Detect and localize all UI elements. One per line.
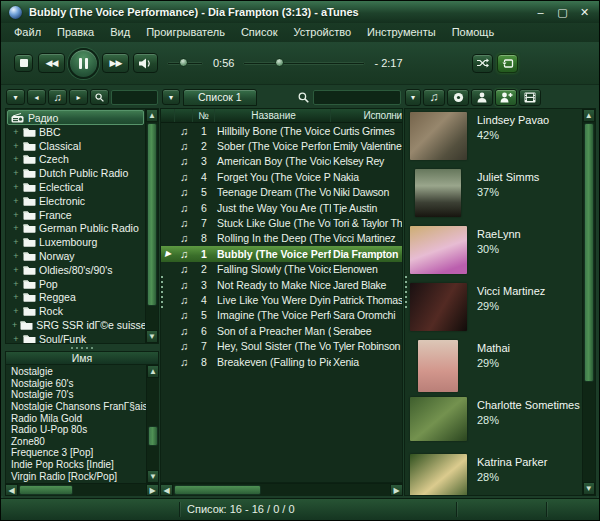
context-tab-track[interactable]: ♫ [423, 89, 445, 106]
previous-button[interactable]: ◀◀ [38, 53, 65, 73]
expand-plus-icon[interactable]: + [12, 128, 20, 136]
menu-item[interactable]: Правка [49, 25, 102, 40]
station-horizontal-scrollbar[interactable]: ◀ ▶ [5, 483, 159, 496]
context-tab-video[interactable] [519, 89, 541, 106]
similar-artist-item[interactable]: Juliet Simms 37% [405, 168, 582, 225]
header-play-column[interactable] [161, 109, 175, 122]
context-tab-artist[interactable] [471, 89, 493, 106]
expand-plus-icon[interactable]: + [12, 197, 20, 205]
scroll-track[interactable] [583, 122, 595, 482]
header-artist-column[interactable]: Исполни [331, 109, 402, 122]
scroll-track[interactable] [146, 122, 158, 330]
expand-plus-icon[interactable]: + [12, 183, 20, 191]
scroll-thumb[interactable] [584, 123, 594, 382]
menu-item[interactable]: Список [233, 25, 286, 40]
playlist-row[interactable]: ▶ ♫ 7 Stuck Like Glue (The Voic... Tori … [161, 215, 402, 230]
pause-button[interactable] [68, 48, 99, 79]
expand-plus-icon[interactable]: + [12, 293, 20, 301]
menu-item[interactable]: Файл [6, 25, 49, 40]
scroll-right-arrow[interactable]: ▶ [390, 484, 403, 496]
station-item[interactable]: Frequence 3 [Pop] [6, 447, 146, 459]
station-item[interactable]: Zone80 [6, 436, 146, 448]
radio-genre-item[interactable]: + German Public Radio [6, 222, 145, 236]
playlist-row[interactable]: ▶ ♫ 3 American Boy (The Voice ... Kelsey… [161, 154, 402, 169]
expand-plus-icon[interactable]: + [12, 307, 20, 315]
similar-artist-item[interactable]: RaeLynn 30% [405, 225, 582, 282]
playlist-menu-button[interactable]: ▾ [162, 89, 180, 105]
radio-genre-item[interactable]: + Rock [6, 304, 145, 318]
playlist-row[interactable]: ▶ ♫ 6 Son of a Preacher Man (T... Serabe… [161, 323, 402, 338]
menu-item[interactable]: Устройство [285, 25, 359, 40]
next-button[interactable]: ▶▶ [102, 53, 129, 73]
radio-genre-item[interactable]: + Luxembourg [6, 235, 145, 249]
progress-slider-thumb[interactable] [275, 58, 284, 67]
menu-item[interactable]: Инструменты [359, 25, 444, 40]
volume-slider[interactable] [167, 62, 203, 65]
context-tab-album[interactable] [447, 89, 469, 106]
radio-genre-item[interactable]: + Czech [6, 153, 145, 167]
stop-button[interactable] [14, 54, 33, 72]
expand-plus-icon[interactable]: + [12, 280, 20, 288]
playlist-row[interactable]: ▶ ♫ 4 Live Like You Were Dying ... Patri… [161, 292, 402, 307]
scroll-up-arrow[interactable]: ▲ [147, 365, 159, 378]
radio-genre-item[interactable]: + SRG SSR idГ©e suisse [6, 318, 145, 332]
scroll-thumb[interactable] [148, 426, 158, 446]
station-item[interactable]: Nostalgie Chansons FranГ§aises [6, 401, 146, 413]
title-bar[interactable]: Bubbly (The Voice Performance) - Dia Fra… [1, 1, 599, 23]
station-item[interactable]: Radio U-Pop 80s [6, 424, 146, 436]
scroll-up-arrow[interactable]: ▲ [146, 109, 158, 122]
playlist-row[interactable]: ▶ ♫ 2 Falling Slowly (The Voice ... Elen… [161, 262, 402, 277]
similar-artist-item[interactable]: Lindsey Pavao 42% [405, 111, 582, 168]
name-column-header[interactable]: Имя [5, 351, 159, 365]
context-vertical-scrollbar[interactable]: ▲ ▼ [582, 109, 595, 495]
scroll-thumb[interactable] [174, 485, 261, 495]
radio-genre-item[interactable]: + Reggea [6, 291, 145, 305]
expand-plus-icon[interactable]: + [12, 155, 20, 163]
expand-plus-icon[interactable]: + [12, 224, 20, 232]
playlist-row[interactable]: ▶ ♫ 8 Breakeven (Falling to Piec... Xeni… [161, 354, 402, 369]
close-button[interactable]: ✕ [578, 6, 591, 19]
progress-slider[interactable] [243, 62, 365, 65]
radio-genre-item[interactable]: + Pop [6, 277, 145, 291]
playlist-row[interactable]: ▶ ♫ 3 Not Ready to Make Nice (... Jared … [161, 277, 402, 292]
station-item[interactable]: Nostalgie [6, 366, 146, 378]
playlist-empty-area[interactable] [161, 369, 402, 482]
radio-genre-item[interactable]: + Dutch Public Radio [6, 166, 145, 180]
playlist-search-input[interactable] [313, 90, 401, 105]
station-item[interactable]: Nostalgie 70's [6, 389, 146, 401]
playlist-tab[interactable]: Список 1 [183, 89, 257, 106]
playlist-row[interactable]: ▶ ♫ 5 Teenage Dream (The Voic... Niki Da… [161, 185, 402, 200]
scroll-up-arrow[interactable]: ▲ [583, 109, 595, 122]
nav-forward-button[interactable]: ▸ [69, 89, 88, 105]
station-vertical-scrollbar[interactable]: ▲ ▼ [146, 365, 159, 483]
playlist-row[interactable]: ▶ ♫ 1 Hillbilly Bone (The Voice ... Curt… [161, 123, 402, 138]
context-menu-button[interactable]: ▾ [405, 89, 421, 106]
scroll-left-arrow[interactable]: ◀ [160, 484, 173, 496]
menu-item[interactable]: Проигрыватель [138, 25, 233, 40]
tree-root-radio[interactable]: Радио [7, 110, 144, 125]
header-number-column[interactable]: № [193, 109, 215, 122]
nav-back-button[interactable]: ◂ [27, 89, 46, 105]
expand-plus-icon[interactable]: + [12, 169, 20, 177]
scroll-track[interactable] [173, 484, 390, 496]
context-tab-similar-artists[interactable] [495, 89, 517, 106]
shuffle-button[interactable] [472, 54, 493, 73]
scroll-track[interactable] [147, 378, 159, 470]
radio-genre-item[interactable]: + Oldies/80's/90's [6, 263, 145, 277]
radio-genre-item[interactable]: + France [6, 208, 145, 222]
expand-plus-icon[interactable]: + [12, 211, 20, 219]
station-item[interactable]: Virgin Radio [Rock/Pop] [6, 470, 146, 482]
expand-plus-icon[interactable]: + [12, 266, 20, 274]
scroll-track[interactable] [18, 484, 146, 496]
playlist-row[interactable]: ▶ ♫ 7 Hey, Soul Sister (The Voic... Tyle… [161, 338, 402, 353]
expand-plus-icon[interactable]: + [12, 142, 20, 150]
menu-item[interactable]: Вид [102, 25, 138, 40]
radio-genre-item[interactable]: + Electronic [6, 194, 145, 208]
volume-slider-thumb[interactable] [179, 58, 188, 67]
playlist-row[interactable]: ▶ ♫ 8 Rolling In the Deep (The ... Vicci… [161, 231, 402, 246]
scroll-right-arrow[interactable]: ▶ [146, 484, 159, 496]
station-item[interactable]: Indie Pop Rocks [Indie] [6, 459, 146, 471]
scroll-thumb[interactable] [19, 485, 73, 495]
scroll-thumb[interactable] [147, 123, 157, 306]
radio-genre-item[interactable]: + Classical [6, 139, 145, 153]
